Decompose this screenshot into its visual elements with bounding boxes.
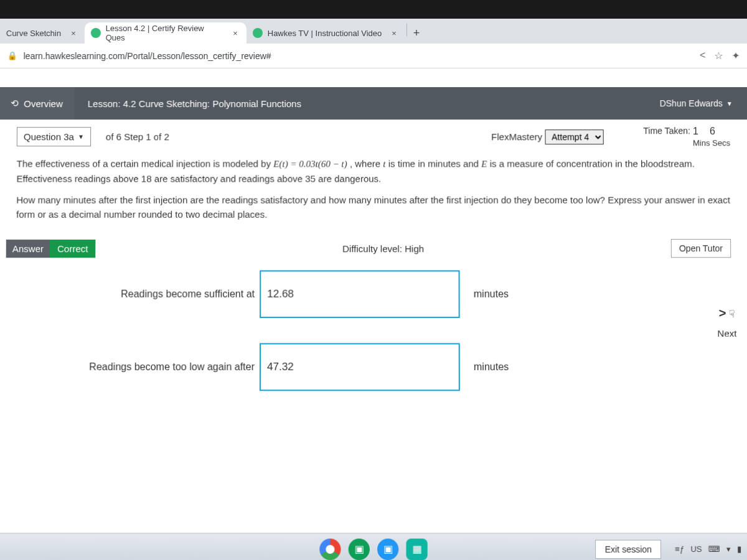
next-label: Next xyxy=(705,328,747,338)
answer-fields: Readings become sufficient at 12.68 minu… xyxy=(0,258,747,403)
chrome-icon[interactable] xyxy=(319,538,341,560)
stem-text: , where xyxy=(350,158,383,169)
plus-icon: + xyxy=(413,26,420,39)
answer-row: Readings become too low again after 47.3… xyxy=(15,343,731,391)
caret-down-icon: ▼ xyxy=(726,100,733,107)
question-selector[interactable]: Question 3a ▼ xyxy=(17,127,91,146)
answer-row: Readings become sufficient at 12.68 minu… xyxy=(16,270,731,318)
favicon-icon xyxy=(91,28,101,38)
favicon-icon xyxy=(253,28,263,38)
close-icon[interactable]: × xyxy=(71,28,76,37)
tab-lesson-certify[interactable]: Lesson 4.2 | Certify Review Ques × xyxy=(85,22,247,44)
answer-row-label: Readings become sufficient at xyxy=(16,289,260,300)
answer-row-label: Readings become too low again after xyxy=(16,362,260,373)
status-badge: Correct xyxy=(50,240,96,258)
question-header: Question 3a ▼ of 6 Step 1 of 2 FlexMaste… xyxy=(0,119,747,151)
answer-input[interactable]: 12.68 xyxy=(260,270,460,318)
app-icon[interactable]: ▣ xyxy=(349,538,370,560)
tab-curve-sketching[interactable]: Curve Sketchin × xyxy=(0,22,85,44)
attempt-select[interactable]: Attempt 4 xyxy=(545,129,603,144)
system-tray[interactable]: ≡ƒ US ⌨ ▾ ▮ xyxy=(675,544,741,554)
answer-bar: Answer Correct Difficulty level: High Op… xyxy=(0,239,747,258)
open-tutor-button[interactable]: Open Tutor xyxy=(671,239,731,258)
next-panel[interactable]: > ☟ Next xyxy=(705,306,747,338)
share-icon[interactable]: < xyxy=(700,50,705,62)
difficulty-label: Difficulty level: High xyxy=(95,243,670,254)
battery-icon[interactable]: ▮ xyxy=(737,544,741,554)
new-tab-button[interactable]: + xyxy=(408,22,427,44)
lesson-title: Lesson: 4.2 Curve Sketching: Polynomial … xyxy=(74,98,315,109)
stem-text: is time in minutes and xyxy=(388,158,482,169)
tab-title: Lesson 4.2 | Certify Review Ques xyxy=(106,24,223,42)
user-name: DShun Edwards xyxy=(660,98,723,108)
stem-text: How many minutes after the first injecti… xyxy=(16,192,731,222)
overview-label: Overview xyxy=(24,98,63,109)
answer-input[interactable]: 47.32 xyxy=(260,343,460,391)
tab-strip: Curve Sketchin × Lesson 4.2 | Certify Re… xyxy=(0,19,747,44)
dock: ▣ ▣ ▦ xyxy=(319,538,428,560)
overview-icon: ⟲ xyxy=(11,98,19,109)
user-menu[interactable]: DShun Edwards ▼ xyxy=(660,98,733,108)
keyboard-icon[interactable]: ≡ƒ xyxy=(675,544,684,554)
answer-unit: minutes xyxy=(460,362,509,373)
secs-label: Secs xyxy=(712,138,730,147)
question-stem: The effectiveness of a certain medical i… xyxy=(0,151,747,239)
star-icon[interactable]: ☆ xyxy=(714,50,723,62)
ime-icon[interactable]: ⌨ xyxy=(708,544,720,554)
question-label: Question 3a xyxy=(24,131,74,142)
os-shelf: ▣ ▣ ▦ Exit session ≡ƒ US ⌨ ▾ ▮ xyxy=(0,533,747,560)
close-icon[interactable]: × xyxy=(392,28,397,37)
app-icon[interactable]: ▦ xyxy=(406,538,427,560)
close-icon[interactable]: × xyxy=(233,28,238,37)
wifi-icon[interactable]: ▾ xyxy=(726,544,731,554)
lang-indicator[interactable]: US xyxy=(690,544,702,554)
address-bar: 🔒 learn.hawkeslearning.com/Portal/Lesson… xyxy=(0,44,747,68)
lesson-header: ⟲ Overview Lesson: 4.2 Curve Sketching: … xyxy=(0,87,747,119)
url-text[interactable]: learn.hawkeslearning.com/Portal/Lesson/l… xyxy=(24,50,693,60)
hand-icon: ☟ xyxy=(729,309,735,319)
stem-math: E(t) = 0.03t(60 − t) xyxy=(273,159,347,169)
caret-down-icon: ▼ xyxy=(78,133,84,140)
lock-icon[interactable]: 🔒 xyxy=(7,51,17,60)
extensions-icon[interactable]: ✦ xyxy=(731,50,740,62)
mins-label: Mins xyxy=(693,138,710,147)
tab-separator xyxy=(406,24,407,36)
stem-text: The effectiveness of a certain medical i… xyxy=(17,158,274,169)
time-taken-label: Time Taken: xyxy=(643,126,690,136)
exit-session-button[interactable]: Exit session xyxy=(595,539,661,559)
chevron-right-icon: > xyxy=(719,306,726,320)
answer-label: Answer xyxy=(6,240,50,258)
answer-unit: minutes xyxy=(460,289,509,300)
stem-math: t xyxy=(383,159,385,169)
tab-title: Curve Sketchin xyxy=(6,28,61,37)
time-taken: Time Taken: 1 6 Mins Secs xyxy=(643,126,730,147)
time-secs: 6 xyxy=(710,126,715,137)
camera-icon[interactable]: ▣ xyxy=(377,538,398,560)
stem-math: E xyxy=(481,159,487,169)
question-step: of 6 Step 1 of 2 xyxy=(106,131,169,142)
time-mins: 1 xyxy=(693,126,698,137)
tab-title: Hawkes TV | Instructional Video xyxy=(268,28,382,37)
tab-hawkes-tv[interactable]: Hawkes TV | Instructional Video × xyxy=(247,22,405,44)
overview-button[interactable]: ⟲ Overview xyxy=(0,87,74,119)
flexmastery-label: FlexMastery xyxy=(491,131,542,142)
